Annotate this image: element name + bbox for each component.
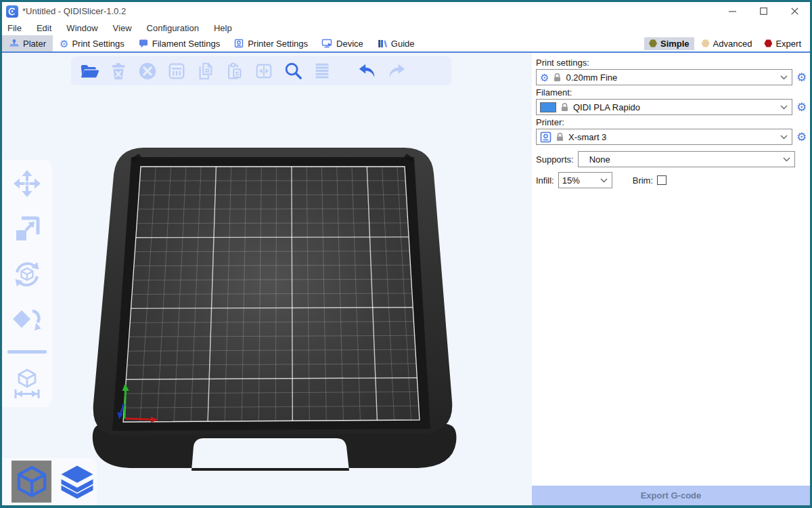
gizmo-separator (7, 350, 47, 354)
search-icon[interactable] (281, 60, 304, 83)
mode-label: Simple (660, 39, 690, 49)
gear-icon: ⚙ (540, 72, 549, 83)
filament-gear-button[interactable]: ⚙ (796, 102, 807, 113)
chevron-down-icon (783, 157, 790, 162)
guide-icon (377, 39, 388, 49)
mode-label: Expert (775, 39, 801, 49)
print-settings-combo[interactable]: ⚙ 0.20mm Fine (536, 69, 792, 85)
export-gcode-button[interactable]: Export G-code (532, 486, 810, 505)
paste-icon[interactable] (223, 60, 246, 83)
gizmo-toolbar (2, 160, 52, 407)
infill-label: Infill: (536, 175, 554, 186)
supports-combo[interactable]: None (578, 151, 795, 167)
titlebar: *Untitled - QIDISlicer-1.0.2 (2, 2, 810, 20)
tab-plater[interactable]: Plater (2, 35, 53, 51)
editor-3d-view-icon[interactable] (12, 461, 51, 503)
maximize-button[interactable] (748, 2, 779, 20)
main-content: Print settings: ⚙ 0.20mm Fine ⚙ (2, 53, 810, 505)
printer-gear-button[interactable]: ⚙ (796, 131, 807, 143)
undo-icon[interactable] (356, 60, 379, 83)
advanced-mode-dot-icon (702, 39, 710, 47)
menu-view[interactable]: View (113, 23, 132, 33)
simple-mode-dot-icon (649, 39, 657, 47)
arrange-icon[interactable] (165, 60, 188, 83)
window-title: *Untitled - QIDISlicer-1.0.2 (22, 6, 126, 16)
tab-guide[interactable]: Guide (370, 35, 422, 51)
expert-mode-dot-icon (764, 39, 772, 47)
gear-icon: ⚙ (60, 39, 68, 49)
filament-icon (138, 39, 149, 49)
close-button[interactable] (779, 2, 810, 20)
measure-tool-icon[interactable] (12, 368, 43, 399)
printer-icon (540, 131, 551, 143)
chevron-down-icon (780, 105, 788, 110)
tab-filament-settings[interactable]: Filament Settings (131, 35, 227, 51)
supports-value: None (589, 154, 778, 165)
chevron-down-icon (600, 178, 608, 183)
move-tool-icon[interactable] (12, 168, 43, 199)
settings-sidebar: Print settings: ⚙ 0.20mm Fine ⚙ (532, 53, 810, 505)
menu-help[interactable]: Help (214, 23, 232, 33)
delete-all-icon[interactable] (136, 60, 159, 83)
filament-label: Filament: (536, 87, 807, 98)
tab-label: Guide (391, 39, 415, 49)
place-on-face-tool-icon[interactable] (12, 305, 43, 336)
scale-tool-icon[interactable] (12, 213, 43, 245)
supports-label: Supports: (536, 154, 574, 165)
mode-label: Advanced (713, 39, 752, 49)
filament-combo[interactable]: QIDI PLA Rapido (536, 99, 792, 115)
tab-label: Plater (23, 39, 46, 49)
filament-value: QIDI PLA Rapido (573, 102, 775, 112)
rotate-tool-icon[interactable] (12, 259, 43, 290)
printer-label: Printer: (536, 117, 807, 127)
preview-layers-view-icon[interactable] (57, 461, 97, 503)
open-project-icon[interactable] (78, 60, 101, 83)
print-bed (81, 134, 460, 473)
menubar: File Edit Window View Configuration Help (2, 20, 810, 35)
tab-label: Filament Settings (152, 39, 220, 49)
tab-print-settings[interactable]: ⚙ Print Settings (53, 35, 131, 51)
print-settings-value: 0.20mm Fine (566, 72, 775, 83)
split-objects-icon[interactable] (252, 60, 275, 83)
brim-label: Brim: (633, 175, 653, 186)
object-toolbar (71, 56, 451, 85)
window-controls (717, 2, 810, 20)
print-settings-label: Print settings: (536, 58, 807, 68)
printer-value: X-smart 3 (568, 132, 775, 142)
printer-combo[interactable]: X-smart 3 (536, 129, 792, 145)
tab-device[interactable]: Device (315, 35, 370, 51)
menu-configuration[interactable]: Configuration (147, 23, 199, 33)
menu-window[interactable]: Window (66, 23, 97, 33)
mode-advanced[interactable]: Advanced (697, 37, 757, 50)
app-window: *Untitled - QIDISlicer-1.0.2 File Edit W… (0, 0, 812, 508)
variable-layer-height-icon[interactable] (311, 60, 334, 83)
tabbar: Plater ⚙ Print Settings Filament Setting… (2, 35, 810, 53)
lock-icon (554, 73, 561, 82)
view-mode-switch (2, 458, 97, 505)
print-settings-gear-button[interactable]: ⚙ (796, 72, 807, 83)
tab-label: Device (336, 39, 363, 49)
copy-icon[interactable] (194, 60, 217, 83)
mode-switcher: Simple Advanced Expert (644, 35, 810, 51)
filament-color-swatch (540, 102, 556, 112)
chevron-down-icon (780, 135, 788, 140)
delete-icon[interactable] (107, 60, 130, 83)
lock-icon (561, 103, 568, 112)
menu-edit[interactable]: Edit (37, 23, 51, 33)
viewport-3d[interactable] (2, 53, 532, 505)
infill-value: 15% (562, 175, 595, 186)
infill-combo[interactable]: 15% (558, 172, 612, 188)
menu-file[interactable]: File (7, 23, 22, 33)
device-icon (321, 38, 333, 49)
tab-label: Print Settings (72, 39, 124, 49)
app-logo-icon (6, 5, 18, 18)
mode-expert[interactable]: Expert (759, 37, 806, 50)
lock-icon (556, 133, 564, 142)
mode-simple[interactable]: Simple (644, 37, 694, 50)
redo-icon[interactable] (385, 60, 408, 83)
plater-icon (9, 38, 20, 49)
tab-label: Printer Settings (248, 39, 308, 49)
tab-printer-settings[interactable]: Printer Settings (227, 35, 315, 51)
minimize-button[interactable] (717, 2, 748, 20)
brim-checkbox[interactable] (657, 175, 667, 185)
